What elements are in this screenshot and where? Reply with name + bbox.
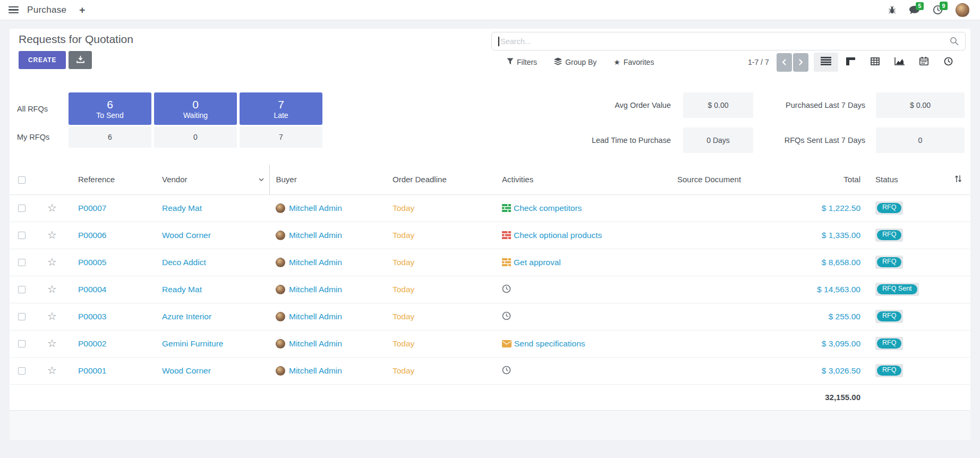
buyer-link[interactable]: Mitchell Admin	[289, 285, 342, 294]
my-waiting-cell[interactable]: 0	[154, 126, 237, 148]
table-row[interactable]: ☆ P00006 Wood Corner Mitchell Admin Toda…	[10, 222, 970, 249]
pager-previous-button[interactable]	[777, 53, 792, 72]
table-row[interactable]: ☆ P00005 Deco Addict Mitchell Admin Toda…	[10, 249, 970, 276]
vendor-link[interactable]: Ready Mat	[162, 203, 202, 213]
row-checkbox[interactable]	[18, 286, 25, 293]
pager-next-button[interactable]	[793, 53, 808, 72]
kpi-card-late[interactable]: 7 Late	[240, 92, 322, 125]
row-checkbox[interactable]	[18, 232, 25, 239]
text-caret	[498, 37, 499, 46]
row-checkbox[interactable]	[18, 367, 25, 375]
table-row[interactable]: ☆ P00002 Gemini Furniture Mitchell Admin…	[10, 330, 970, 357]
activity-label[interactable]: Send specifications	[514, 339, 585, 348]
status-badge: RFQ	[875, 337, 903, 351]
view-switch-activity[interactable]	[936, 53, 960, 72]
buyer-avatar	[276, 339, 285, 349]
tasks-icon[interactable]	[502, 258, 511, 266]
reference-link[interactable]: P00003	[78, 312, 106, 321]
messages-icon[interactable]: 5	[909, 5, 920, 15]
activities-clock-icon[interactable]: 9	[933, 5, 943, 15]
app-name[interactable]: Purchase	[27, 5, 66, 15]
column-header-reference[interactable]: Reference	[65, 165, 156, 194]
favorites-button[interactable]: ★ Favorites	[613, 58, 654, 66]
control-panel: Requests for Quotation CREATE	[10, 29, 970, 81]
vendor-link[interactable]: Wood Corner	[162, 231, 211, 240]
my-late-cell[interactable]: 7	[240, 126, 322, 148]
reference-link[interactable]: P00006	[78, 231, 106, 240]
status-badge: RFQ	[875, 310, 903, 324]
tasks-icon[interactable]	[502, 204, 511, 212]
buyer-link[interactable]: Mitchell Admin	[289, 203, 342, 213]
view-switch-calendar[interactable]	[911, 53, 936, 72]
table-row[interactable]: ☆ P00001 Wood Corner Mitchell Admin Toda…	[10, 357, 970, 384]
source-document-value	[671, 276, 779, 303]
clock-icon[interactable]	[502, 284, 511, 293]
reference-link[interactable]: P00002	[78, 339, 106, 348]
buyer-link[interactable]: Mitchell Admin	[289, 258, 342, 267]
vendor-link[interactable]: Deco Addict	[162, 258, 206, 267]
column-header-vendor[interactable]: Vendor	[156, 165, 269, 194]
row-checkbox[interactable]	[18, 259, 25, 266]
clock-icon[interactable]	[502, 311, 511, 320]
clock-icon[interactable]	[502, 366, 511, 375]
reference-link[interactable]: P00001	[78, 366, 106, 375]
tasks-icon[interactable]	[502, 231, 511, 239]
view-switch-kanban[interactable]	[838, 53, 863, 72]
activity-label[interactable]: Get approval	[514, 258, 561, 267]
favorite-star-toggle[interactable]: ☆	[47, 364, 57, 376]
favorite-star-toggle[interactable]: ☆	[47, 202, 57, 214]
view-switch-graph[interactable]	[887, 53, 911, 72]
vendor-link[interactable]: Azure Interior	[162, 312, 211, 321]
buyer-link[interactable]: Mitchell Admin	[289, 339, 342, 348]
reference-link[interactable]: P00004	[78, 285, 106, 294]
column-header-total[interactable]: Total	[779, 165, 869, 194]
debug-bug-icon[interactable]	[888, 6, 896, 14]
reference-link[interactable]: P00005	[78, 258, 106, 267]
view-switch-pivot[interactable]	[863, 53, 887, 72]
total-amount: $ 3,095.00	[779, 330, 869, 357]
row-checkbox[interactable]	[18, 313, 25, 320]
buyer-link[interactable]: Mitchell Admin	[289, 366, 342, 375]
kpi-card-waiting[interactable]: 0 Waiting	[154, 92, 237, 125]
search-box[interactable]	[491, 32, 966, 50]
buyer-link[interactable]: Mitchell Admin	[289, 231, 342, 240]
activity-label[interactable]: Check optional products	[514, 231, 602, 240]
row-checkbox[interactable]	[18, 340, 25, 347]
favorite-star-toggle[interactable]: ☆	[47, 310, 57, 322]
user-avatar[interactable]	[956, 3, 969, 17]
search-icon[interactable]	[950, 37, 965, 46]
apps-menu-icon[interactable]	[8, 6, 19, 14]
my-rfqs-label: My RFQs	[17, 133, 49, 141]
column-header-source-document[interactable]: Source Document	[671, 165, 779, 194]
my-to-send-cell[interactable]: 6	[69, 126, 151, 148]
reference-link[interactable]: P00007	[78, 203, 106, 213]
column-header-status[interactable]: Status	[869, 165, 946, 194]
envelope-icon[interactable]	[502, 340, 512, 347]
column-header-order-deadline[interactable]: Order Deadline	[386, 165, 496, 194]
favorite-star-toggle[interactable]: ☆	[47, 256, 57, 268]
table-row[interactable]: ☆ P00007 Ready Mat Mitchell Admin Today …	[10, 194, 970, 222]
favorite-star-toggle[interactable]: ☆	[47, 229, 57, 241]
row-checkbox[interactable]	[18, 205, 25, 212]
table-row[interactable]: ☆ P00003 Azure Interior Mitchell Admin T…	[10, 303, 970, 330]
vendor-link[interactable]: Wood Corner	[162, 366, 211, 375]
favorite-star-toggle[interactable]: ☆	[47, 283, 57, 295]
search-input[interactable]	[492, 37, 950, 46]
group-by-button[interactable]: Group By	[554, 57, 596, 67]
optional-columns-icon[interactable]	[955, 175, 962, 184]
kanban-view-icon	[846, 57, 855, 67]
kpi-card-to-send[interactable]: 6 To Send	[69, 92, 151, 125]
vendor-link[interactable]: Ready Mat	[162, 285, 202, 294]
new-tab-button[interactable]: +	[79, 5, 85, 15]
activity-label[interactable]: Check competitors	[514, 203, 582, 213]
favorite-star-toggle[interactable]: ☆	[47, 337, 57, 349]
footer-total-amount: 32,155.00	[779, 384, 869, 410]
view-switch-list[interactable]	[814, 53, 838, 72]
column-header-activities[interactable]: Activities	[496, 165, 671, 194]
buyer-link[interactable]: Mitchell Admin	[289, 312, 342, 321]
table-row[interactable]: ☆ P00004 Ready Mat Mitchell Admin Today …	[10, 276, 970, 303]
vendor-link[interactable]: Gemini Furniture	[162, 339, 223, 348]
filters-button[interactable]: Filters	[507, 58, 537, 66]
column-header-buyer[interactable]: Buyer	[269, 165, 386, 194]
select-all-checkbox[interactable]	[18, 176, 25, 184]
